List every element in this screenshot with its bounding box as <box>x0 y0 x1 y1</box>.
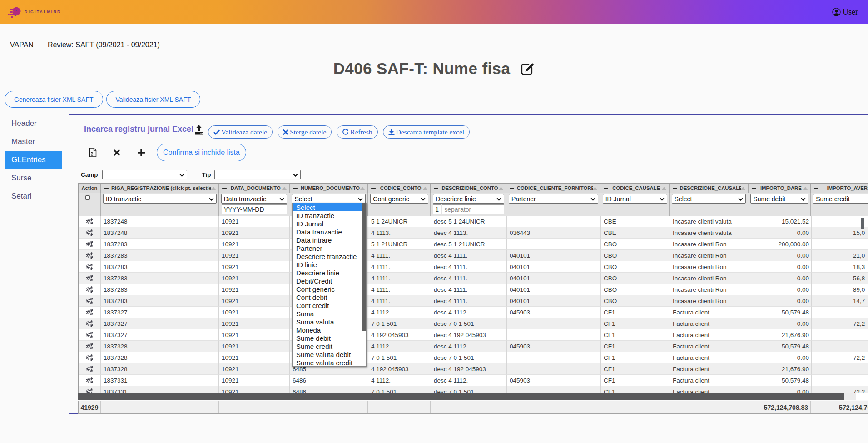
table-row[interactable]: 1837248109214 1113.desc 4 1113.036443CBE… <box>79 227 868 239</box>
table-row[interactable]: 1837283109214 1111.desc 4 1111.040101CBO… <box>79 261 868 273</box>
horizontal-scrollbar-thumb[interactable] <box>78 393 844 400</box>
sort-asc-icon[interactable] <box>803 187 808 190</box>
breadcrumb-link-2[interactable]: Review: SAFT (09/2021 - 09/2021) <box>48 41 160 49</box>
filter-date-input[interactable]: YYYY-MM-DD <box>222 204 288 214</box>
dropdown-option[interactable]: Moneda <box>293 326 366 334</box>
column-header-descr_causale[interactable]: DESCRIZIONE_CAUSALE <box>670 184 749 193</box>
table-row[interactable]: 18373311092164864 1112.desc 4 1112.04590… <box>79 375 868 386</box>
dropdown-option[interactable]: Debit/Credit <box>293 277 366 285</box>
vertical-scrollbar-thumb[interactable] <box>861 218 864 229</box>
dropdown-option[interactable]: Cont credit <box>293 301 366 309</box>
row-actions-cogs-icon[interactable] <box>79 386 101 393</box>
select-all-checkbox[interactable] <box>85 195 90 200</box>
excel-file-icon[interactable] <box>89 148 97 157</box>
upload-icon[interactable] <box>194 125 203 135</box>
table-row[interactable]: 18373281092164854 192 045903desc 4 192 0… <box>79 363 868 375</box>
column-header-action[interactable]: Action <box>79 184 101 193</box>
dropdown-option[interactable]: Suma valuta <box>293 318 366 326</box>
sort-asc-icon[interactable] <box>282 187 287 190</box>
table-row[interactable]: 1837248109215 1 24UNICRdesc 5 1 24UNICRC… <box>79 216 868 227</box>
validate-xml-saft-button[interactable]: Valideaza fisier XML SAFT <box>106 91 201 108</box>
collapse-column-icon[interactable] <box>371 188 376 189</box>
column-header-numero[interactable]: NUMERO_DOCUMENTO <box>290 184 368 193</box>
user-menu[interactable]: User <box>832 7 858 17</box>
table-row[interactable]: 1837283109214 1111.desc 4 1111.040101CBO… <box>79 273 868 284</box>
column-header-cliente[interactable]: CODICE_CLIENTE_FORNITORE <box>506 184 600 193</box>
sort-asc-icon[interactable] <box>211 187 216 190</box>
dropdown-option[interactable]: Data intrare <box>293 236 366 244</box>
dropdown-scrollbar-thumb[interactable] <box>362 203 366 331</box>
sort-asc-icon[interactable] <box>360 187 365 190</box>
tip-select[interactable] <box>214 170 301 179</box>
column-header-descr_conto[interactable]: DESCRIZIONE_CONTO <box>431 184 506 193</box>
sidebar-item-setari[interactable]: Setari <box>5 187 62 205</box>
dropdown-option[interactable]: ID Jurnal <box>293 219 366 228</box>
row-actions-cogs-icon[interactable] <box>79 307 101 318</box>
filter-select-numero[interactable]: Select <box>292 194 366 204</box>
sidebar-item-header[interactable]: Header <box>5 114 62 133</box>
row-actions-cogs-icon[interactable] <box>79 216 101 227</box>
table-row[interactable]: 18373311092164867 0 1 501desc 7 0 1 501C… <box>79 386 868 393</box>
collapse-column-icon[interactable] <box>222 188 227 189</box>
row-actions-cogs-icon[interactable] <box>79 295 101 307</box>
filter-select-avere[interactable]: Sume credit <box>813 194 868 204</box>
collapse-column-icon[interactable] <box>604 188 608 189</box>
row-actions-cogs-icon[interactable] <box>79 239 101 250</box>
horizontal-scrollbar[interactable] <box>78 393 856 400</box>
column-header-dare[interactable]: IMPORTO_DARE <box>749 184 811 193</box>
sidebar-item-surse[interactable]: Surse <box>5 169 62 187</box>
dropdown-option[interactable]: Descriere tranzactie <box>293 252 366 260</box>
row-actions-cogs-icon[interactable] <box>79 273 101 284</box>
dropdown-option[interactable]: Select <box>293 203 366 211</box>
column-header-riga[interactable]: RIGA_REGISTRAZIONE (click pt. selectie) <box>101 184 219 193</box>
column-header-causale[interactable]: CODICE_CAUSALE <box>600 184 670 193</box>
sterge-datele-button[interactable]: Sterge datele <box>278 125 332 139</box>
table-row[interactable]: 1837327109217 0 1 501desc 7 0 1 501CF1Fa… <box>79 318 868 329</box>
row-actions-cogs-icon[interactable] <box>79 261 101 273</box>
sidebar-item-master[interactable]: Master <box>5 133 62 151</box>
row-actions-cogs-icon[interactable] <box>79 284 101 295</box>
collapse-column-icon[interactable] <box>673 188 677 189</box>
dropdown-option[interactable]: Partener <box>293 244 366 252</box>
dropdown-option[interactable]: Cont debit <box>293 293 366 301</box>
column-header-codice_conto[interactable]: CODICE_CONTO <box>368 184 431 193</box>
dropdown-option[interactable]: Cont generic <box>293 285 366 293</box>
edit-title-icon[interactable] <box>520 61 535 76</box>
table-row[interactable]: 1837327109214 1112.desc 4 1112.045903CF1… <box>79 307 868 318</box>
sort-asc-icon[interactable] <box>423 187 427 190</box>
row-actions-cogs-icon[interactable] <box>79 227 101 239</box>
filter-line-number-input[interactable]: 1 <box>433 204 441 214</box>
brand-logo[interactable]: DIGITALMIND <box>7 5 61 19</box>
table-row[interactable]: 1837283109214 1111.desc 4 1111.040101CBO… <box>79 284 868 295</box>
plus-icon[interactable] <box>138 149 145 156</box>
row-actions-cogs-icon[interactable] <box>79 352 101 363</box>
table-row[interactable]: 1837283109215 1 21UNICRdesc 5 1 21UNICRC… <box>79 239 868 250</box>
table-row[interactable]: 1837328109214 1112.desc 4 1112.045903CF1… <box>79 341 868 352</box>
row-actions-cogs-icon[interactable] <box>79 341 101 352</box>
sort-asc-icon[interactable] <box>741 187 745 190</box>
dropdown-option[interactable]: Sume debit <box>293 334 366 342</box>
filter-select-cliente[interactable]: Partener <box>509 194 598 204</box>
sort-asc-icon[interactable] <box>499 187 503 190</box>
row-actions-cogs-icon[interactable] <box>79 363 101 375</box>
table-row[interactable]: 1837328109217 0 1 501desc 7 0 1 501CF1Fa… <box>79 352 868 363</box>
row-actions-cogs-icon[interactable] <box>79 318 101 329</box>
filter-select-causale[interactable]: ID Jurnal <box>603 194 667 204</box>
filter-select-descr_conto[interactable]: Descriere linie <box>433 194 504 204</box>
dropdown-option[interactable]: Suma <box>293 309 366 318</box>
row-actions-cogs-icon[interactable] <box>79 329 101 341</box>
table-row[interactable]: 1837283109214 1111.desc 4 1111.040101CBO… <box>79 295 868 307</box>
dropdown-option[interactable]: Sume valuta credit <box>293 358 366 367</box>
dropdown-option[interactable]: Sume valuta debit <box>293 350 366 358</box>
row-actions-cogs-icon[interactable] <box>79 250 101 261</box>
breadcrumb-link-1[interactable]: VAPAN <box>10 41 34 49</box>
collapse-column-icon[interactable] <box>293 188 298 189</box>
sort-asc-icon[interactable] <box>662 187 666 190</box>
dropdown-option[interactable]: ID linie <box>293 260 366 269</box>
row-actions-cogs-icon[interactable] <box>79 375 101 386</box>
sidebar-item-glentries[interactable]: GLEntries <box>5 151 62 169</box>
x-icon[interactable] <box>114 149 120 156</box>
table-row[interactable]: 1837283109214 1111.desc 4 1111.040101CBO… <box>79 250 868 261</box>
filter-separator-input[interactable]: separator <box>442 204 504 214</box>
table-row[interactable]: 1837327109214 192 045903desc 4 192 04590… <box>79 329 868 341</box>
